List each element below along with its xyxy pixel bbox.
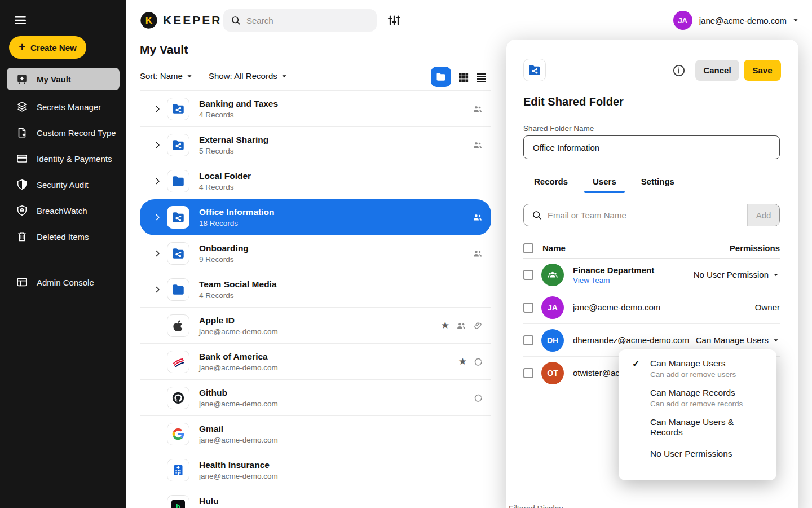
user-name: jane@acme-demo.com: [573, 303, 660, 312]
folder-record-count: 4 Records: [199, 111, 472, 119]
hamburger-menu-icon[interactable]: [12, 12, 28, 28]
permission-selector[interactable]: No User Permission: [694, 270, 780, 279]
dropdown-item-label: No User Permissions: [650, 449, 766, 459]
sidebar-item-my-vault[interactable]: My Vault: [7, 68, 120, 90]
record-row-bank-of-america[interactable]: Bank of Americajane@acme-demo.com★: [140, 344, 491, 380]
user-name: Finance Department: [573, 265, 654, 275]
record-name: Github: [199, 388, 473, 398]
sidebar-item-label: Secrets Manager: [37, 102, 101, 112]
sidebar-item-identity-payments[interactable]: Identity & Payments: [0, 146, 126, 172]
grid-view-button[interactable]: [457, 71, 470, 84]
sidebar-item-custom-record-type[interactable]: Custom Record Type: [0, 120, 126, 146]
sidebar-item-admin-console-wrap: Admin Console: [0, 269, 126, 295]
keeper-logo-icon: K: [140, 11, 158, 29]
list-view-button[interactable]: [475, 71, 488, 84]
record-name: Apple ID: [199, 316, 441, 326]
record-row-gmail[interactable]: Gmailjane@acme-demo.com: [140, 416, 491, 452]
user-avatar: OT: [541, 362, 564, 384]
trash-icon: [16, 230, 28, 243]
chevron-right-icon[interactable]: [148, 285, 167, 294]
show-filter-dropdown[interactable]: Show: All Records: [209, 71, 288, 81]
record-icon-box: [167, 387, 189, 409]
window-icon: [16, 276, 28, 288]
folder-row-banking-and-taxes[interactable]: Banking and Taxes4 Records: [140, 91, 491, 127]
shared-folder-icon: [171, 102, 186, 116]
folder-text: Office Information18 Records: [199, 207, 472, 227]
sidebar-divider: [9, 260, 113, 260]
row-badges: [473, 393, 483, 403]
clipped-footer-text: Filtered Display: [509, 504, 563, 508]
row-checkbox[interactable]: [523, 270, 533, 280]
folder-row-onboarding[interactable]: Onboarding9 Records: [140, 235, 491, 271]
row-checkbox[interactable]: [523, 335, 533, 345]
svg-text:h: h: [176, 502, 180, 508]
github-logo-icon: [171, 391, 185, 405]
info-icon[interactable]: [672, 64, 686, 77]
create-new-button[interactable]: + Create New: [9, 36, 86, 59]
sort-dropdown[interactable]: Sort: Name: [140, 71, 193, 81]
folder-row-office-information[interactable]: Office Information18 Records: [140, 199, 491, 235]
select-all-checkbox[interactable]: [523, 243, 533, 253]
column-permissions: Permissions: [730, 243, 780, 253]
list-controls: Sort: Name Show: All Records: [140, 67, 491, 89]
row-badges: ★: [441, 320, 483, 331]
folder-row-team-social-media[interactable]: Team Social Media4 Records: [140, 271, 491, 308]
sidebar-item-label: Deleted Items: [37, 232, 89, 242]
sidebar-item-security-audit[interactable]: Security Audit: [0, 172, 126, 198]
record-icon-box: [167, 423, 189, 445]
folder-name: Onboarding: [199, 243, 472, 253]
keeper-wordmark: KEEPER: [163, 14, 222, 27]
panel-tabs: RecordsUsersSettings: [531, 177, 678, 193]
folder-name: Office Information: [199, 207, 472, 217]
record-row-github[interactable]: Githubjane@acme-demo.com: [140, 380, 491, 416]
chevron-right-icon[interactable]: [148, 249, 167, 258]
gmail-logo-icon: [171, 427, 185, 441]
shield-half-icon: [16, 178, 28, 191]
dropdown-item-can-manage-records[interactable]: Can Manage RecordsCan add or remove reco…: [619, 388, 776, 408]
add-button[interactable]: Add: [747, 204, 779, 226]
search-icon: [531, 209, 542, 221]
folder-row-external-sharing[interactable]: External Sharing5 Records: [140, 127, 491, 163]
panel-actions: Cancel Save: [672, 60, 781, 81]
search-input[interactable]: [246, 16, 359, 25]
tab-settings[interactable]: Settings: [638, 177, 678, 193]
user-email: jane@acme-demo.com: [699, 16, 787, 25]
folder-text: Team Social Media4 Records: [199, 279, 483, 300]
tab-users[interactable]: Users: [589, 177, 620, 193]
permission-value: Owner: [755, 303, 780, 312]
view-team-link[interactable]: View Team: [573, 276, 654, 284]
filter-sliders-icon[interactable]: [387, 14, 400, 27]
chevron-right-icon[interactable]: [148, 141, 167, 150]
sidebar-item-breachwatch[interactable]: BreachWatch: [0, 198, 126, 224]
sidebar-item-deleted-items[interactable]: Deleted Items: [0, 224, 126, 249]
dropdown-item-can-manage-users[interactable]: ✓Can Manage UsersCan add or remove users: [619, 358, 776, 379]
chevron-right-icon[interactable]: [148, 177, 167, 186]
email-or-team-input[interactable]: [548, 204, 747, 226]
chevron-right-icon[interactable]: [148, 213, 167, 222]
folder-name-input[interactable]: [523, 135, 780, 159]
dropdown-item-no-user-permissions[interactable]: No User Permissions: [619, 449, 776, 459]
row-checkbox[interactable]: [523, 368, 533, 378]
user-avatar: JA: [541, 296, 564, 319]
record-row-apple-id[interactable]: Apple IDjane@acme-demo.com★: [140, 308, 491, 344]
dropdown-item-can-manage-users-records[interactable]: Can Manage Users & Records: [619, 417, 776, 437]
cancel-button[interactable]: Cancel: [695, 60, 739, 81]
sidebar-item-admin-console[interactable]: Admin Console: [0, 269, 126, 295]
user-identity: Finance DepartmentView Team: [573, 265, 654, 284]
account-menu[interactable]: JA jane@acme-demo.com: [673, 11, 800, 30]
sidebar-item-label: Identity & Payments: [37, 154, 112, 164]
chevron-down-icon: [792, 16, 800, 24]
folder-view-button[interactable]: [431, 67, 451, 87]
shared-users-icon: [456, 320, 467, 331]
record-text: Hulusha4784@gmail.com: [199, 496, 483, 508]
folder-row-local-folder[interactable]: Local Folder4 Records: [140, 163, 491, 199]
save-button[interactable]: Save: [744, 60, 781, 81]
permission-selector[interactable]: Can Manage Users: [696, 335, 780, 345]
row-checkbox[interactable]: [523, 303, 533, 313]
chevron-right-icon[interactable]: [148, 104, 167, 113]
tab-records[interactable]: Records: [531, 177, 571, 193]
record-text: Health Insurancejane@acme-demo.com: [199, 460, 483, 480]
sidebar-item-secrets-manager[interactable]: Secrets Manager: [0, 94, 126, 120]
record-row-hulu[interactable]: hHulusha4784@gmail.com: [140, 488, 491, 508]
record-row-health-insurance[interactable]: Health Insurancejane@acme-demo.com: [140, 452, 491, 488]
